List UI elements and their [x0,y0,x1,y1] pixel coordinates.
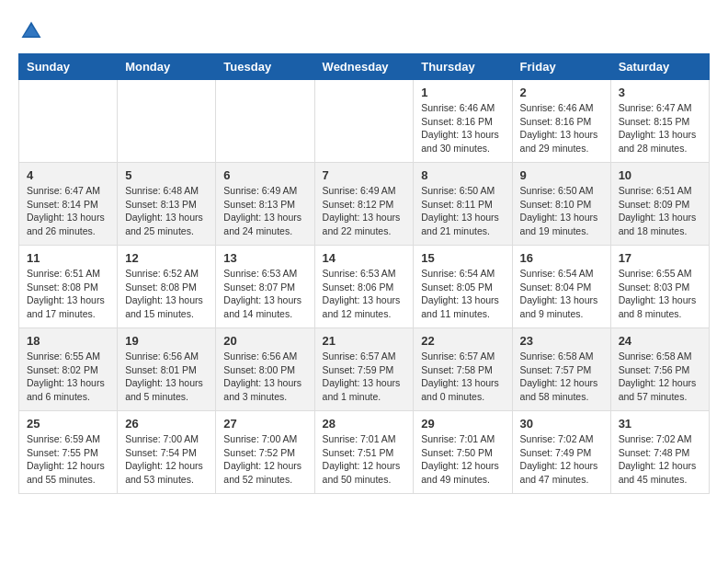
logo-icon [18,18,44,44]
calendar-cell [314,80,414,163]
day-number: 8 [421,168,504,182]
calendar-cell: 24Sunrise: 6:58 AM Sunset: 7:56 PM Dayli… [610,328,709,411]
calendar-header: SundayMondayTuesdayWednesdayThursdayFrid… [19,54,710,80]
calendar-cell: 21Sunrise: 6:57 AM Sunset: 7:59 PM Dayli… [314,328,414,411]
day-number: 1 [421,86,504,99]
day-number: 24 [619,334,701,348]
day-number: 19 [125,334,208,348]
day-number: 14 [323,251,406,265]
calendar-cell: 22Sunrise: 6:57 AM Sunset: 7:58 PM Dayli… [414,328,512,411]
day-info: Sunrise: 6:50 AM Sunset: 8:10 PM Dayligh… [520,184,603,238]
week-row-4: 18Sunrise: 6:55 AM Sunset: 8:02 PM Dayli… [19,328,710,411]
calendar-cell: 2Sunrise: 6:46 AM Sunset: 8:16 PM Daylig… [512,80,610,163]
day-info: Sunrise: 6:51 AM Sunset: 8:09 PM Dayligh… [619,184,701,238]
day-info: Sunrise: 7:00 AM Sunset: 7:54 PM Dayligh… [125,432,208,487]
day-info: Sunrise: 6:57 AM Sunset: 7:59 PM Dayligh… [323,350,406,404]
day-info: Sunrise: 6:56 AM Sunset: 8:01 PM Dayligh… [125,350,208,404]
day-info: Sunrise: 6:51 AM Sunset: 8:08 PM Dayligh… [27,267,109,321]
day-info: Sunrise: 6:49 AM Sunset: 8:12 PM Dayligh… [323,184,406,238]
day-info: Sunrise: 6:55 AM Sunset: 8:03 PM Dayligh… [619,267,701,321]
calendar-cell: 31Sunrise: 7:02 AM Sunset: 7:48 PM Dayli… [610,411,709,494]
day-info: Sunrise: 6:59 AM Sunset: 7:55 PM Dayligh… [27,432,109,487]
day-number: 16 [520,251,603,265]
day-number: 12 [125,251,208,265]
day-info: Sunrise: 6:57 AM Sunset: 7:58 PM Dayligh… [421,350,504,404]
calendar-cell: 16Sunrise: 6:54 AM Sunset: 8:04 PM Dayli… [512,246,610,328]
day-info: Sunrise: 6:46 AM Sunset: 8:16 PM Dayligh… [520,101,603,155]
day-number: 11 [27,251,109,265]
header-row: SundayMondayTuesdayWednesdayThursdayFrid… [19,54,710,80]
calendar-cell: 7Sunrise: 6:49 AM Sunset: 8:12 PM Daylig… [314,163,414,246]
week-row-1: 1Sunrise: 6:46 AM Sunset: 8:16 PM Daylig… [19,80,710,163]
day-number: 5 [125,168,208,182]
day-info: Sunrise: 7:02 AM Sunset: 7:49 PM Dayligh… [520,432,603,487]
day-number: 20 [223,334,306,348]
day-number: 22 [421,334,504,348]
header-saturday: Saturday [610,54,709,80]
day-info: Sunrise: 6:55 AM Sunset: 8:02 PM Dayligh… [27,350,109,404]
day-info: Sunrise: 6:46 AM Sunset: 8:16 PM Dayligh… [421,101,504,155]
day-info: Sunrise: 6:52 AM Sunset: 8:08 PM Dayligh… [125,267,208,321]
calendar-cell: 6Sunrise: 6:49 AM Sunset: 8:13 PM Daylig… [216,163,314,246]
day-number: 15 [421,251,504,265]
day-info: Sunrise: 6:58 AM Sunset: 7:56 PM Dayligh… [619,350,701,404]
calendar-cell: 10Sunrise: 6:51 AM Sunset: 8:09 PM Dayli… [610,163,709,246]
calendar-cell: 20Sunrise: 6:56 AM Sunset: 8:00 PM Dayli… [216,328,314,411]
day-number: 6 [223,168,306,182]
day-info: Sunrise: 6:54 AM Sunset: 8:04 PM Dayligh… [520,267,603,321]
calendar-cell: 12Sunrise: 6:52 AM Sunset: 8:08 PM Dayli… [118,246,216,328]
header-friday: Friday [512,54,610,80]
day-number: 23 [520,334,603,348]
header [18,18,710,44]
week-row-5: 25Sunrise: 6:59 AM Sunset: 7:55 PM Dayli… [19,411,710,494]
day-number: 21 [323,334,406,348]
calendar-cell: 15Sunrise: 6:54 AM Sunset: 8:05 PM Dayli… [414,246,512,328]
calendar-cell: 29Sunrise: 7:01 AM Sunset: 7:50 PM Dayli… [414,411,512,494]
day-info: Sunrise: 7:01 AM Sunset: 7:51 PM Dayligh… [323,432,406,487]
day-number: 27 [223,417,306,431]
calendar-cell: 9Sunrise: 6:50 AM Sunset: 8:10 PM Daylig… [512,163,610,246]
day-number: 4 [27,168,109,182]
header-monday: Monday [118,54,216,80]
day-number: 28 [323,417,406,431]
day-info: Sunrise: 6:54 AM Sunset: 8:05 PM Dayligh… [421,267,504,321]
day-info: Sunrise: 6:47 AM Sunset: 8:14 PM Dayligh… [27,184,109,238]
day-number: 13 [223,251,306,265]
calendar-table: SundayMondayTuesdayWednesdayThursdayFrid… [18,53,710,494]
calendar-cell: 26Sunrise: 7:00 AM Sunset: 7:54 PM Dayli… [118,411,216,494]
day-number: 25 [27,417,109,431]
day-info: Sunrise: 6:48 AM Sunset: 8:13 PM Dayligh… [125,184,208,238]
calendar-cell [216,80,314,163]
logo [18,18,48,44]
day-info: Sunrise: 7:01 AM Sunset: 7:50 PM Dayligh… [421,432,504,487]
week-row-2: 4Sunrise: 6:47 AM Sunset: 8:14 PM Daylig… [19,163,710,246]
header-wednesday: Wednesday [314,54,414,80]
day-info: Sunrise: 6:56 AM Sunset: 8:00 PM Dayligh… [223,350,306,404]
day-info: Sunrise: 7:00 AM Sunset: 7:52 PM Dayligh… [223,432,306,487]
calendar-cell: 19Sunrise: 6:56 AM Sunset: 8:01 PM Dayli… [118,328,216,411]
day-info: Sunrise: 6:47 AM Sunset: 8:15 PM Dayligh… [619,101,701,155]
calendar-cell: 3Sunrise: 6:47 AM Sunset: 8:15 PM Daylig… [610,80,709,163]
day-number: 10 [619,168,701,182]
day-info: Sunrise: 6:58 AM Sunset: 7:57 PM Dayligh… [520,350,603,404]
day-number: 26 [125,417,208,431]
day-number: 3 [619,86,701,99]
calendar-cell [118,80,216,163]
day-info: Sunrise: 6:53 AM Sunset: 8:07 PM Dayligh… [223,267,306,321]
calendar-cell: 14Sunrise: 6:53 AM Sunset: 8:06 PM Dayli… [314,246,414,328]
day-number: 17 [619,251,701,265]
calendar-cell: 30Sunrise: 7:02 AM Sunset: 7:49 PM Dayli… [512,411,610,494]
calendar-cell: 18Sunrise: 6:55 AM Sunset: 8:02 PM Dayli… [19,328,118,411]
calendar-cell: 28Sunrise: 7:01 AM Sunset: 7:51 PM Dayli… [314,411,414,494]
calendar-body: 1Sunrise: 6:46 AM Sunset: 8:16 PM Daylig… [19,80,710,494]
day-number: 9 [520,168,603,182]
calendar-cell: 5Sunrise: 6:48 AM Sunset: 8:13 PM Daylig… [118,163,216,246]
day-info: Sunrise: 7:02 AM Sunset: 7:48 PM Dayligh… [619,432,701,487]
calendar-cell: 11Sunrise: 6:51 AM Sunset: 8:08 PM Dayli… [19,246,118,328]
calendar-cell: 23Sunrise: 6:58 AM Sunset: 7:57 PM Dayli… [512,328,610,411]
calendar-cell: 25Sunrise: 6:59 AM Sunset: 7:55 PM Dayli… [19,411,118,494]
calendar-cell: 13Sunrise: 6:53 AM Sunset: 8:07 PM Dayli… [216,246,314,328]
calendar-cell: 27Sunrise: 7:00 AM Sunset: 7:52 PM Dayli… [216,411,314,494]
calendar-cell: 4Sunrise: 6:47 AM Sunset: 8:14 PM Daylig… [19,163,118,246]
day-number: 2 [520,86,603,99]
